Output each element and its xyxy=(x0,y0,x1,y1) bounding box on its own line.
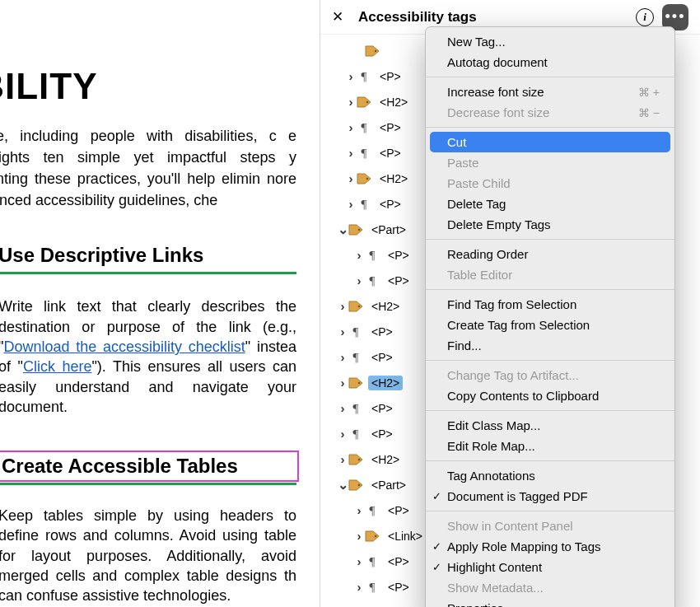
close-icon[interactable]: ✕ xyxy=(332,8,347,26)
menu-item-document-is-tagged-pdf[interactable]: ✓Document is Tagged PDF xyxy=(426,486,674,507)
tree-row[interactable]: ›<H2> xyxy=(320,600,432,607)
chevron-right-icon[interactable]: › xyxy=(345,95,357,109)
tree-row[interactable]: ›¶<P> xyxy=(320,268,432,293)
menu-item-new-tag[interactable]: New Tag... xyxy=(426,31,674,52)
menu-item-increase-font-size[interactable]: Increase font size⌘ + xyxy=(426,82,674,102)
tree-row[interactable]: ›<H2> xyxy=(320,293,432,319)
menu-item-find[interactable]: Find... xyxy=(426,335,674,356)
tree-row[interactable] xyxy=(320,38,432,63)
tag-label[interactable]: <H2> xyxy=(368,299,403,314)
tree-row[interactable]: ›¶<P> xyxy=(320,421,432,446)
chevron-right-icon[interactable]: › xyxy=(345,120,357,134)
tag-icon xyxy=(348,376,363,390)
chevron-right-icon[interactable]: › xyxy=(345,197,357,211)
menu-item-edit-role-map[interactable]: Edit Role Map... xyxy=(426,436,674,456)
tag-label[interactable]: <P> xyxy=(385,273,413,288)
chevron-right-icon[interactable]: › xyxy=(337,299,348,313)
chevron-right-icon[interactable]: › xyxy=(337,427,348,441)
tag-label[interactable]: <P> xyxy=(385,580,413,595)
tree-row[interactable]: ›¶<P> xyxy=(320,319,432,344)
tree-row[interactable]: ⌄<Part> xyxy=(320,472,432,497)
tree-row[interactable]: ›¶<P> xyxy=(320,344,432,370)
menu-item-edit-class-map[interactable]: Edit Class Map... xyxy=(426,415,674,436)
tree-row[interactable]: ›<H2> xyxy=(320,370,432,395)
tree-row[interactable]: ⌄<Part> xyxy=(320,217,432,242)
tree-row[interactable]: ›<H2> xyxy=(320,166,432,191)
tree-row[interactable]: ›<H2> xyxy=(320,446,432,472)
tree-row[interactable]: ›¶<P> xyxy=(320,114,432,140)
tag-label[interactable]: <P> xyxy=(376,197,404,212)
tag-label[interactable]: <P> xyxy=(376,69,404,84)
info-icon[interactable]: i xyxy=(636,8,654,26)
tag-label[interactable]: <H2> xyxy=(368,376,403,390)
menu-item-delete-empty-tags[interactable]: Delete Empty Tags xyxy=(426,214,674,235)
tag-label[interactable]: <P> xyxy=(376,146,404,161)
menu-hotkey: ⌘ + xyxy=(638,86,660,99)
menu-item-create-tag-from-selection[interactable]: Create Tag from Selection xyxy=(426,315,674,335)
menu-item-properties[interactable]: Properties... xyxy=(426,598,674,607)
tree-row[interactable]: ›¶<P> xyxy=(320,140,432,166)
chevron-right-icon[interactable]: › xyxy=(345,171,357,185)
tag-label[interactable]: <P> xyxy=(385,248,413,263)
chevron-right-icon[interactable]: › xyxy=(337,350,348,364)
chevron-right-icon[interactable]: › xyxy=(353,554,365,568)
menu-item-reading-order[interactable]: Reading Order xyxy=(426,244,674,264)
tag-tree[interactable]: ›¶<P>›<H2>›¶<P>›¶<P>›<H2>›¶<P>⌄<Part>›¶<… xyxy=(320,35,432,607)
tag-label[interactable]: <P> xyxy=(376,120,404,135)
tag-label[interactable]: <Part> xyxy=(368,222,409,237)
chevron-right-icon[interactable]: › xyxy=(337,401,348,415)
menu-item-tag-annotations[interactable]: Tag Annotations xyxy=(426,465,674,486)
menu-item-find-tag-from-selection[interactable]: Find Tag from Selection xyxy=(426,294,674,315)
chevron-right-icon[interactable]: › xyxy=(345,146,357,160)
menu-item-cut[interactable]: Cut xyxy=(430,132,670,152)
tree-row[interactable]: ›<Link> xyxy=(320,523,432,549)
menu-item-delete-tag[interactable]: Delete Tag xyxy=(426,194,674,214)
paragraph-icon: ¶ xyxy=(357,121,371,134)
tree-row[interactable]: ›¶<P> xyxy=(320,574,432,600)
menu-item-label: Apply Role Mapping to Tags xyxy=(447,539,601,553)
tree-row[interactable]: ›¶<P> xyxy=(320,395,432,421)
chevron-right-icon[interactable]: › xyxy=(353,273,365,287)
tree-row[interactable]: ›¶<P> xyxy=(320,497,432,523)
menu-item-autotag-document[interactable]: Autotag document xyxy=(426,52,674,72)
chevron-right-icon[interactable]: › xyxy=(345,69,357,83)
tree-row[interactable]: ›¶<P> xyxy=(320,191,432,217)
tag-label[interactable]: <H2> xyxy=(368,452,403,467)
tag-label[interactable] xyxy=(385,50,391,52)
menu-item-copy-contents-to-clipboard[interactable]: Copy Contents to Clipboard xyxy=(426,385,674,406)
menu-item-label: Show in Content Panel xyxy=(447,519,573,533)
menu-item-highlight-content[interactable]: ✓Highlight Content xyxy=(426,557,674,577)
chevron-right-icon[interactable]: › xyxy=(337,376,348,390)
chevron-right-icon[interactable]: › xyxy=(337,452,348,466)
chevron-down-icon[interactable]: ⌄ xyxy=(337,222,348,237)
menu-separator xyxy=(426,360,674,361)
tag-label[interactable]: <P> xyxy=(368,350,396,365)
paragraph-icon: ¶ xyxy=(348,427,363,441)
tag-label[interactable]: <P> xyxy=(368,325,396,339)
tree-row[interactable]: ›¶<P> xyxy=(320,242,432,268)
doc-link-clickhere[interactable]: Click here xyxy=(23,358,92,375)
chevron-down-icon[interactable]: ⌄ xyxy=(337,477,348,493)
chevron-right-icon[interactable]: › xyxy=(353,529,365,543)
tag-label[interactable]: <H2> xyxy=(376,95,411,110)
menu-item-label: Edit Class Map... xyxy=(447,418,540,432)
tag-label[interactable]: <P> xyxy=(368,427,396,441)
tree-row[interactable]: ›¶<P> xyxy=(320,63,432,89)
tag-label[interactable]: <H2> xyxy=(376,171,411,186)
tag-label[interactable]: <Part> xyxy=(368,478,409,493)
chevron-right-icon[interactable]: › xyxy=(337,325,348,339)
tree-row[interactable]: ›<H2> xyxy=(320,89,432,114)
tag-label[interactable]: <P> xyxy=(385,503,413,518)
menu-item-label: Tag Annotations xyxy=(447,469,535,483)
context-menu[interactable]: New Tag...Autotag documentIncrease font … xyxy=(425,26,675,607)
chevron-right-icon[interactable]: › xyxy=(353,503,365,517)
chevron-right-icon[interactable]: › xyxy=(353,580,365,594)
doc-link-checklist[interactable]: Download the accessibility checklist xyxy=(3,339,245,355)
tag-label[interactable]: <Link> xyxy=(385,529,426,544)
tree-row[interactable]: ›¶<P> xyxy=(320,549,432,574)
menu-item-apply-role-mapping-to-tags[interactable]: ✓Apply Role Mapping to Tags xyxy=(426,536,674,557)
chevron-right-icon[interactable]: › xyxy=(353,248,365,262)
tag-icon xyxy=(348,223,363,236)
tag-label[interactable]: <P> xyxy=(368,401,396,416)
tag-label[interactable]: <P> xyxy=(385,554,413,569)
